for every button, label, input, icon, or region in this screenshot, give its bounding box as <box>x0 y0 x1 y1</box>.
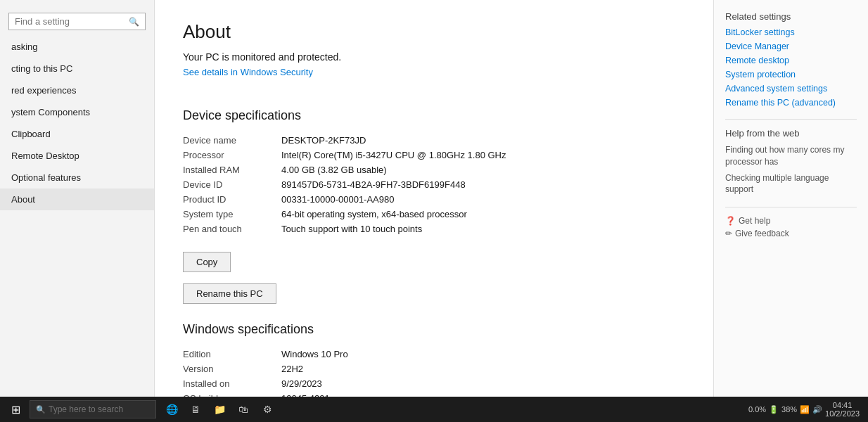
windows-specs-title: Windows specifications <box>183 322 685 337</box>
taskbar: ⊞ 🔍 🌐 🖥 📁 🛍 ⚙ 0.0% 🔋 38% 📶 🔊 04:41 10/2/… <box>0 397 868 422</box>
rename-pc-button[interactable]: Rename this PC <box>183 283 276 304</box>
spec-value-processor: Intel(R) Core(TM) i5-3427U CPU @ 1.80GHz… <box>281 148 685 162</box>
spec-label-device-name: Device name <box>183 133 281 148</box>
right-panel: Related settings BitLocker settings Devi… <box>713 0 868 422</box>
win-spec-row-version: Version 22H2 <box>183 362 685 376</box>
copy-button[interactable]: Copy <box>183 252 231 272</box>
spec-value-device-name: DESKTOP-2KF73JD <box>281 133 685 148</box>
rename-pc-advanced-link[interactable]: Rename this PC (advanced) <box>725 98 857 108</box>
feedback-icon: ✏ <box>725 229 732 238</box>
search-icon: 🔍 <box>129 17 139 27</box>
system-protection-link[interactable]: System protection <box>725 70 857 79</box>
taskbar-battery-icon: 🔋 <box>769 405 779 414</box>
help-section: Help from the web Finding out how many c… <box>725 128 857 196</box>
taskbar-date-value: 10/2/2023 <box>825 409 860 418</box>
device-specs-table: Device name DESKTOP-2KF73JD Processor In… <box>183 133 685 236</box>
sidebar-item-asking[interactable]: asking <box>0 36 154 58</box>
taskbar-icon-store[interactable]: 🛍 <box>232 397 255 422</box>
help-link-2[interactable]: Checking multiple language support <box>725 172 857 196</box>
divider <box>725 119 857 120</box>
taskbar-icon-explorer[interactable]: 📁 <box>208 397 231 422</box>
sidebar-item-connecting[interactable]: cting to this PC <box>0 58 154 79</box>
spec-value-system-type: 64-bit operating system, x64-based proce… <box>281 207 685 222</box>
taskbar-search-icon: 🔍 <box>36 405 46 414</box>
get-help-link[interactable]: ❓ Get help <box>725 216 857 226</box>
device-specs-title: Device specifications <box>183 108 685 123</box>
main-content: About Your PC is monitored and protected… <box>155 0 713 422</box>
taskbar-icon-settings[interactable]: ⚙ <box>256 397 279 422</box>
protection-status: Your PC is monitored and protected. <box>183 51 685 63</box>
help-link-1[interactable]: Finding out how many cores my processor … <box>725 144 857 168</box>
spec-value-pen-touch: Touch support with 10 touch points <box>281 222 685 236</box>
spec-row-ram: Installed RAM 4.00 GB (3.82 GB usable) <box>183 162 685 177</box>
bottom-links-section: ❓ Get help ✏ Give feedback <box>725 216 857 238</box>
sidebar-item-clipboard[interactable]: Clipboard <box>0 123 154 145</box>
taskbar-battery-pct: 38% <box>781 405 797 414</box>
taskbar-time-value: 04:41 <box>833 401 853 409</box>
sidebar-item-optional-features[interactable]: Optional features <box>0 167 154 188</box>
sidebar-search-input[interactable] <box>15 16 126 27</box>
taskbar-search-input[interactable] <box>49 404 150 414</box>
bitlocker-link[interactable]: BitLocker settings <box>725 27 857 37</box>
spec-label-device-id: Device ID <box>183 177 281 192</box>
help-title: Help from the web <box>725 128 857 139</box>
sidebar-item-remote-desktop[interactable]: Remote Desktop <box>0 145 154 167</box>
spec-row-processor: Processor Intel(R) Core(TM) i5-3427U CPU… <box>183 148 685 162</box>
win-spec-value-installed: 9/29/2023 <box>281 376 685 391</box>
taskbar-tray: 0.0% 🔋 38% 📶 🔊 04:41 10/2/2023 <box>748 401 865 418</box>
win-spec-row-edition: Edition Windows 10 Pro <box>183 347 685 362</box>
win-spec-label-installed: Installed on <box>183 376 281 391</box>
spec-row-pen-touch: Pen and touch Touch support with 10 touc… <box>183 222 685 236</box>
sidebar-item-system-components[interactable]: ystem Components <box>0 101 154 123</box>
sidebar: 🔍 asking cting to this PC red experience… <box>0 0 155 422</box>
spec-row-device-name: Device name DESKTOP-2KF73JD <box>183 133 685 148</box>
help-icon: ❓ <box>725 216 736 226</box>
spec-value-product-id: 00331-10000-00001-AA980 <box>281 192 685 207</box>
related-settings-title: Related settings <box>725 11 857 22</box>
windows-logo-icon: ⊞ <box>11 403 20 416</box>
sidebar-item-about[interactable]: About <box>0 188 154 210</box>
spec-value-device-id: 891457D6-5731-4B2A-9FH7-3BDF6199F448 <box>281 177 685 192</box>
taskbar-volume-icon: 🔊 <box>812 405 822 414</box>
taskbar-network-icon: 📶 <box>800 405 810 414</box>
taskbar-cpu: 0.0% <box>748 405 766 414</box>
related-settings-section: Related settings BitLocker settings Devi… <box>725 11 857 108</box>
taskbar-search-box[interactable]: 🔍 <box>30 400 156 418</box>
spec-value-ram: 4.00 GB (3.82 GB usable) <box>281 162 685 177</box>
win-spec-value-edition: Windows 10 Pro <box>281 347 685 362</box>
see-details-link[interactable]: See details in Windows Security <box>183 67 313 77</box>
taskbar-icon-edge[interactable]: 🖥 <box>184 397 207 422</box>
spec-row-product-id: Product ID 00331-10000-00001-AA980 <box>183 192 685 207</box>
spec-label-product-id: Product ID <box>183 192 281 207</box>
divider-2 <box>725 207 857 207</box>
spec-label-processor: Processor <box>183 148 281 162</box>
win-spec-value-version: 22H2 <box>281 362 685 376</box>
spec-label-ram: Installed RAM <box>183 162 281 177</box>
sidebar-search-box[interactable]: 🔍 <box>8 13 146 30</box>
win-spec-label-version: Version <box>183 362 281 376</box>
win-spec-row-installed: Installed on 9/29/2023 <box>183 376 685 391</box>
page-title: About <box>183 21 685 43</box>
give-feedback-link[interactable]: ✏ Give feedback <box>725 229 857 238</box>
give-feedback-label: Give feedback <box>735 229 789 238</box>
advanced-system-link[interactable]: Advanced system settings <box>725 84 857 94</box>
taskbar-clock[interactable]: 04:41 10/2/2023 <box>825 401 860 418</box>
taskbar-pinned-apps: 🌐 🖥 📁 🛍 ⚙ <box>160 397 279 422</box>
spec-row-system-type: System type 64-bit operating system, x64… <box>183 207 685 222</box>
device-manager-link[interactable]: Device Manager <box>725 41 857 51</box>
taskbar-icon-cortana[interactable]: 🌐 <box>160 397 183 422</box>
sidebar-item-shared-experiences[interactable]: red experiences <box>0 79 154 101</box>
spec-label-pen-touch: Pen and touch <box>183 222 281 236</box>
start-button[interactable]: ⊞ <box>3 397 28 422</box>
win-spec-label-edition: Edition <box>183 347 281 362</box>
get-help-label: Get help <box>739 216 770 226</box>
spec-label-system-type: System type <box>183 207 281 222</box>
spec-row-device-id: Device ID 891457D6-5731-4B2A-9FH7-3BDF61… <box>183 177 685 192</box>
remote-desktop-link[interactable]: Remote desktop <box>725 56 857 65</box>
